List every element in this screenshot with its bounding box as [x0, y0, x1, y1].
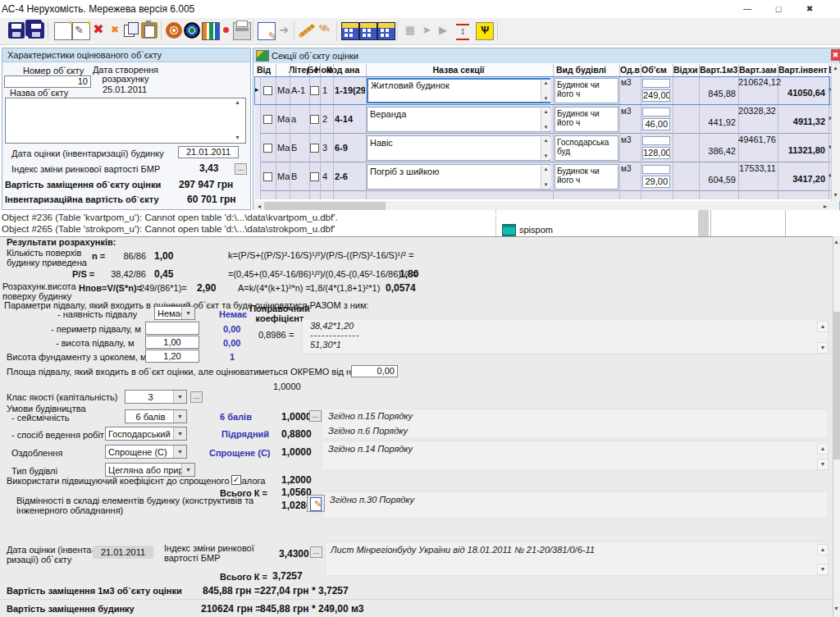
- boost-checkbox[interactable]: ✓: [231, 475, 241, 485]
- calc-blue-icon-1[interactable]: [341, 22, 359, 40]
- row-vid-checkbox[interactable]: [263, 144, 272, 153]
- results-scroll-down-icon[interactable]: ▼: [833, 606, 840, 611]
- paste-icon[interactable]: [141, 22, 158, 39]
- print-icon[interactable]: [233, 22, 251, 40]
- table-scroll-left-icon[interactable]: ◄: [255, 203, 263, 209]
- table-scroll-right-icon[interactable]: ►: [821, 203, 829, 209]
- row-be-checkbox[interactable]: [310, 172, 319, 181]
- row-vid-checkbox[interactable]: [263, 172, 272, 181]
- cell-name-input[interactable]: Погріб з шийкою: [367, 164, 550, 190]
- gray-tool-icon-3[interactable]: ▶: [435, 22, 451, 39]
- table-scroll-up-icon[interactable]: ▲: [832, 65, 839, 71]
- building-type-select[interactable]: Цегляна або прирівне▼: [105, 463, 195, 477]
- cell-volume-input[interactable]: 46,00: [642, 118, 670, 130]
- seismic-more-button[interactable]: ...: [309, 410, 322, 422]
- scroll-down-icon[interactable]: ▼: [235, 135, 240, 140]
- eval-date-input[interactable]: 21.01.2011: [178, 146, 239, 158]
- cell-type-input[interactable]: Будинок чи його ч: [555, 107, 619, 132]
- name-spinner[interactable]: ▲▼: [541, 137, 550, 159]
- note-scroll-down-icon[interactable]: ▼: [817, 564, 829, 575]
- target-orange-icon[interactable]: [166, 22, 182, 39]
- basement-height-input[interactable]: 1,00: [145, 336, 199, 349]
- cell-volume-input[interactable]: 128,00: [642, 147, 670, 159]
- sections-close-icon[interactable]: ✖: [831, 49, 840, 61]
- name-spinner[interactable]: ▲▼: [541, 108, 550, 130]
- calc-blue-icon-3[interactable]: [377, 22, 395, 40]
- maximize-button[interactable]: □: [765, 0, 792, 18]
- chevron-down-icon[interactable]: ▼: [181, 464, 194, 476]
- trident-icon[interactable]: Ѱ: [476, 22, 494, 40]
- eval-date2-field[interactable]: 21.01.2011: [93, 546, 153, 559]
- perimeter-input[interactable]: [145, 322, 199, 335]
- foundation-input[interactable]: 1,20: [145, 350, 199, 363]
- table-scroll-down-icon[interactable]: ▼: [832, 192, 839, 198]
- cell-volume-extra[interactable]: [642, 165, 670, 174]
- record-dot-icon[interactable]: [223, 27, 229, 33]
- cell-volume-extra[interactable]: [642, 79, 670, 88]
- note-scroll-up-icon[interactable]: ▲: [817, 443, 829, 455]
- minimize-button[interactable]: —: [733, 0, 761, 18]
- quality-class-select[interactable]: 3▼: [125, 390, 187, 404]
- cell-volume-input[interactable]: 29,00: [642, 176, 670, 188]
- cell-type-input[interactable]: Будинок чи його ч: [555, 78, 619, 103]
- fit-height-icon[interactable]: ↕: [456, 24, 469, 40]
- chevron-down-icon[interactable]: ▼: [181, 307, 194, 319]
- name-spinner[interactable]: ▲▼: [541, 80, 550, 102]
- note-scroll-up-icon[interactable]: ▲: [817, 321, 829, 332]
- row-vid-checkbox[interactable]: [263, 115, 272, 124]
- cell-name-input[interactable]: Веранда: [367, 107, 550, 132]
- cell-volume-extra[interactable]: [642, 107, 670, 117]
- new-document-icon[interactable]: [54, 22, 72, 40]
- row-be-checkbox[interactable]: [310, 115, 319, 124]
- works-method-select[interactable]: Господарський▼: [105, 427, 187, 441]
- name-spinner[interactable]: ▲▼: [541, 166, 550, 188]
- row-be-checkbox[interactable]: [310, 144, 319, 153]
- note-scroll-up-icon[interactable]: ▲: [817, 544, 829, 555]
- copy-icon[interactable]: [123, 22, 139, 39]
- gray-tool-icon-2[interactable]: ➤: [418, 22, 435, 39]
- chevron-down-icon[interactable]: ▼: [173, 427, 186, 440]
- note-scroll-down-icon[interactable]: ▼: [817, 459, 829, 470]
- background-scrollbar-fragment[interactable]: [698, 210, 709, 236]
- results-scroll-up-icon[interactable]: ▲: [833, 239, 840, 245]
- ruler-icon[interactable]: [299, 22, 315, 39]
- tree-item-spispom[interactable]: spispom: [519, 225, 553, 235]
- save-icon[interactable]: [8, 22, 25, 39]
- finish-select[interactable]: Спрощене (С)▼: [105, 445, 187, 459]
- scroll-up-icon[interactable]: ▲: [235, 99, 240, 105]
- row-be-checkbox[interactable]: [310, 86, 319, 95]
- bmr-index-more-button[interactable]: ...: [235, 163, 247, 175]
- edit-document-icon[interactable]: [258, 22, 276, 40]
- cell-name-input[interactable]: Житловий будинок: [367, 78, 550, 103]
- chevron-down-icon[interactable]: ▼: [173, 446, 186, 458]
- chevron-down-icon[interactable]: ▼: [173, 391, 186, 403]
- gray-tool-icon-1[interactable]: ▦: [402, 22, 418, 39]
- cell-volume-extra[interactable]: [642, 136, 670, 145]
- cell-type-input[interactable]: Господарська буд: [555, 135, 619, 161]
- calc-blue-icon-2[interactable]: [359, 22, 377, 40]
- close-button[interactable]: ✖: [796, 0, 824, 18]
- forward-gray-icon[interactable]: ➔: [276, 22, 292, 39]
- results-vscroll-thumb[interactable]: [833, 312, 840, 459]
- diff-edit-button[interactable]: ✎: [307, 495, 325, 512]
- quality-more-button[interactable]: ...: [190, 391, 203, 403]
- catalog-books-icon[interactable]: [202, 22, 220, 40]
- save-all-icon[interactable]: [28, 22, 44, 39]
- basement-presence-select[interactable]: Немає▼: [154, 306, 195, 320]
- chevron-down-icon[interactable]: ▼: [173, 410, 186, 423]
- target-blue-icon[interactable]: [184, 22, 200, 39]
- cell-type-input[interactable]: Будинок чи його ч: [555, 164, 619, 190]
- pencils-icon[interactable]: [318, 22, 335, 39]
- separate-area-input[interactable]: 0,00: [351, 365, 398, 377]
- note-scroll-down-icon[interactable]: ▼: [817, 342, 829, 354]
- table-vertical-scrollbar[interactable]: [831, 63, 840, 201]
- cell-name-input[interactable]: Навіс: [367, 135, 550, 161]
- row-vid-checkbox[interactable]: [263, 86, 272, 95]
- cell-volume-input[interactable]: 249,00: [642, 89, 670, 102]
- delete-red-icon[interactable]: ✖: [90, 22, 107, 39]
- delete-orange-icon[interactable]: ✖: [107, 22, 123, 39]
- object-number-input[interactable]: 10: [4, 75, 91, 88]
- object-name-input[interactable]: [5, 98, 246, 144]
- seismic-select[interactable]: 6 балів▼: [125, 409, 187, 423]
- bmr-index2-more-button[interactable]: ...: [310, 546, 322, 558]
